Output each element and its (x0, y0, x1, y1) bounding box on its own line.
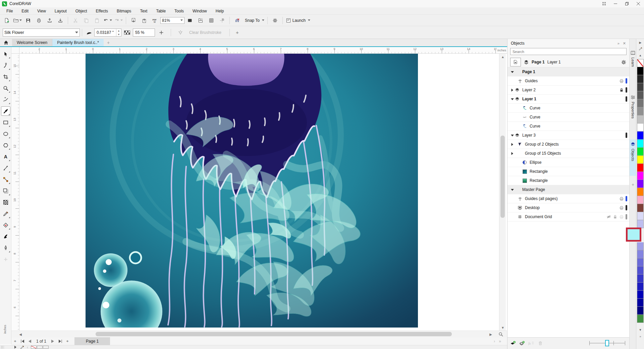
tree-row[interactable]: Ellipse (507, 158, 629, 167)
customize-toolbox[interactable] (1, 255, 10, 264)
menu-item-bitmaps[interactable]: Bitmaps (112, 8, 136, 14)
vertical-ruler[interactable]: 1514131211109876 (11, 54, 19, 331)
tree-row[interactable]: Group of 2 Objects (507, 140, 629, 149)
expand-icon[interactable] (510, 152, 514, 155)
scroll-up-icon[interactable]: ▲ (499, 54, 506, 60)
add-property-button[interactable]: + (234, 30, 240, 35)
printer-indicator-icon[interactable] (619, 196, 624, 201)
palette-swatch[interactable] (637, 188, 644, 196)
slider-thumb[interactable] (605, 340, 609, 346)
tree-row-label[interactable]: Curve (530, 106, 540, 110)
crop-tool[interactable] (1, 72, 10, 82)
previous-page-icon[interactable] (26, 338, 34, 345)
page-view-toggle[interactable] (510, 58, 521, 66)
palette-swatch[interactable] (637, 258, 644, 266)
restore-button[interactable] (621, 0, 633, 7)
new-document-tab-button[interactable]: + (104, 39, 113, 46)
palette-swatch[interactable] (637, 140, 644, 148)
palette-swatch[interactable] (637, 220, 644, 228)
collapse-icon[interactable] (510, 134, 514, 137)
spray-pattern-button[interactable] (175, 28, 185, 37)
paste-button[interactable] (92, 16, 102, 25)
lock-indicator-icon[interactable] (619, 88, 624, 92)
spin-up-icon[interactable]: ▲ (116, 29, 121, 33)
tree-row[interactable]: Guides (507, 77, 629, 86)
scroll-right-icon[interactable]: ▶ (488, 331, 494, 338)
palette-swatch[interactable] (637, 299, 644, 307)
tree-row-label[interactable]: Document Grid (525, 214, 552, 219)
docker-collapse-icon[interactable]: » (618, 41, 620, 46)
tree-row-label[interactable]: Rectangle (530, 169, 548, 174)
menu-item-view[interactable]: View (33, 8, 50, 14)
palette-expand-icon[interactable]: » (636, 334, 644, 339)
palette-swatch[interactable] (637, 291, 644, 299)
layer-color-bar[interactable] (626, 87, 627, 93)
selected-color-swatch[interactable] (626, 228, 641, 242)
add-docker-button[interactable]: + (630, 180, 636, 192)
palette-swatch[interactable] (637, 156, 644, 164)
show-rulers-button[interactable] (196, 16, 206, 25)
printer-indicator-icon[interactable] (619, 79, 624, 83)
eyeoff-indicator-icon[interactable] (606, 214, 611, 219)
expand-icon[interactable] (510, 143, 514, 146)
tree-row-label[interactable]: Guides (525, 79, 538, 83)
palette-swatch[interactable] (637, 67, 644, 75)
document-tab-0[interactable]: Welcome Screen (12, 39, 52, 46)
outline-pen-tool[interactable] (1, 243, 10, 253)
options-button[interactable] (270, 16, 280, 25)
docker-close-icon[interactable]: ✕ (623, 41, 626, 46)
add-page-after-button[interactable]: ＋ (64, 338, 71, 345)
save-button[interactable] (23, 16, 33, 25)
download-assets-button[interactable] (55, 16, 65, 25)
color-eyedropper-tool[interactable] (1, 209, 10, 218)
lock-indicator-icon[interactable] (613, 214, 618, 219)
palette-flyout-icon[interactable]: ▶ (636, 40, 644, 45)
publish-pdf-button[interactable]: PDFW (150, 16, 160, 25)
new-master-layer-icon[interactable] (519, 341, 525, 346)
interactive-fill-tool[interactable] (1, 220, 10, 230)
palette-swatch[interactable] (637, 283, 644, 291)
docker-settings-icon[interactable] (621, 59, 627, 65)
status-eyedropper-icon[interactable] (20, 345, 24, 349)
palette-swatch[interactable] (637, 123, 644, 132)
menu-item-table[interactable]: Table (152, 8, 170, 14)
tree-row-label[interactable]: Group of 2 Objects (525, 142, 559, 147)
vertical-scroll-thumb[interactable] (500, 136, 505, 218)
palette-eyedropper-icon[interactable] (636, 46, 644, 51)
brush-preset-combo[interactable]: Silk Flower (3, 29, 80, 37)
palette-swatch[interactable] (637, 115, 644, 123)
welcome-home-tab[interactable] (0, 39, 12, 46)
tree-row[interactable]: Guides (all pages) (507, 194, 629, 203)
layer-effects-icon[interactable]: fx (528, 341, 534, 346)
tree-row-label[interactable]: Curve (530, 124, 540, 129)
active-layer-label[interactable]: Layer 1 (547, 60, 561, 64)
tree-row[interactable]: Layer 1 (507, 95, 629, 104)
clear-brushstroke-button[interactable]: Clear Brushstroke (186, 30, 225, 35)
document-tab-1[interactable]: Painterly Brush tool.c..* (52, 39, 104, 46)
tree-row-label[interactable]: Ellipse (530, 160, 541, 165)
nib-size-spinner[interactable]: 0.03187 " ▲▼ (94, 29, 121, 37)
tree-row-label[interactable]: Desktop (525, 205, 540, 210)
docker-tab-objects[interactable]: Objects (630, 140, 636, 176)
palette-swatch[interactable] (637, 164, 644, 172)
transparency-tool[interactable] (1, 198, 10, 207)
palette-swatch[interactable] (637, 180, 644, 188)
show-grid-button[interactable] (206, 16, 216, 25)
printer-indicator-icon[interactable] (619, 205, 624, 210)
open-file-button[interactable] (12, 16, 22, 25)
horizontal-scrollbar[interactable]: inches ◀ ▶ (11, 331, 507, 337)
rectangle-tool[interactable] (1, 118, 10, 127)
menu-item-file[interactable]: File (2, 8, 17, 14)
docker-tab-properties[interactable]: Properties (630, 93, 636, 134)
tree-row-label[interactable]: Group of 15 Objects (525, 151, 561, 156)
collapse-icon[interactable] (510, 71, 514, 73)
redo-button[interactable] (113, 16, 123, 25)
cut-button[interactable] (70, 16, 80, 25)
tree-row-label[interactable]: Guides (all pages) (525, 196, 557, 201)
copy-button[interactable] (81, 16, 91, 25)
export-button[interactable] (139, 16, 149, 25)
connector-tool[interactable] (1, 175, 10, 184)
menu-item-edit[interactable]: Edit (17, 8, 33, 14)
palette-swatch[interactable] (637, 99, 644, 107)
status-back-icon[interactable]: ‹ (27, 345, 28, 349)
